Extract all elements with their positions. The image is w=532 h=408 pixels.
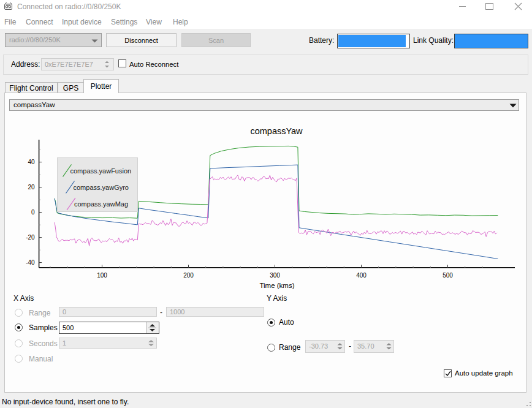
- svg-text:compass.yawGyro: compass.yawGyro: [74, 184, 129, 191]
- svg-text:compass.yawMag: compass.yawMag: [74, 200, 128, 208]
- svg-text:400: 400: [356, 272, 367, 279]
- svg-text:-20: -20: [26, 234, 35, 241]
- svg-text:40: 40: [28, 159, 35, 165]
- svg-text:200: 200: [183, 272, 194, 279]
- svg-text:20: 20: [28, 184, 35, 191]
- svg-text:compassYaw: compassYaw: [250, 126, 303, 136]
- svg-text:Time (kms): Time (kms): [259, 282, 294, 289]
- svg-text:500: 500: [443, 272, 453, 279]
- svg-text:100: 100: [97, 272, 107, 279]
- svg-text:300: 300: [270, 272, 280, 279]
- svg-text:compass.yawFusion: compass.yawFusion: [70, 167, 132, 175]
- svg-text:0: 0: [31, 209, 35, 216]
- svg-text:-40: -40: [26, 259, 35, 266]
